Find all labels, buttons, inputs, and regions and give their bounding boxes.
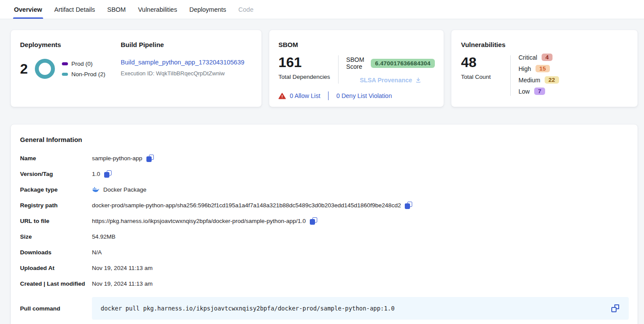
uploaded-at-value: Nov 19, 2024 11:13 am <box>92 265 153 271</box>
name-copy-icon[interactable] <box>146 155 154 162</box>
tab-deployments[interactable]: Deployments <box>189 0 226 19</box>
allow-list-link[interactable]: 0 Allow List <box>290 92 320 99</box>
tab-artifact-details[interactable]: Artifact Details <box>54 0 95 19</box>
info-row-registry-path: Registry path docker-prod/sample-python-… <box>20 197 629 213</box>
divider <box>510 55 511 96</box>
version-copy-icon[interactable] <box>104 170 112 178</box>
severity-row-medium: Medium 22 <box>519 75 559 84</box>
deployments-legend: Prod (0) Non-Prod (2) <box>62 61 105 78</box>
tab-sbom[interactable]: SBOM <box>107 0 126 19</box>
pull-command-box: docker pull pkg.harness.io/ikpsjoavtcwxn… <box>92 297 629 320</box>
name-label: Name <box>20 155 92 162</box>
info-row-package-type: Package type Docker Package <box>20 182 629 197</box>
size-value: 54.92MB <box>92 233 115 240</box>
sbom-title: SBOM <box>278 41 435 48</box>
medium-count-badge: 22 <box>545 76 559 84</box>
pull-command-text: docker pull pkg.harness.io/ikpsjoavtcwxn… <box>101 305 395 312</box>
summary-cards-row: Deployments 2 Prod (0) Non-Prod (2) <box>10 30 638 107</box>
low-label: Low <box>519 88 530 95</box>
prod-label: Prod (0) <box>71 61 93 67</box>
info-row-url: URL to file https://pkg.harness.io/ikpsj… <box>20 213 629 229</box>
deployments-donut-chart <box>35 59 55 79</box>
size-label: Size <box>20 233 92 240</box>
deny-list-link[interactable]: 0 Deny List Violation <box>336 92 392 99</box>
downloads-label: Downloads <box>20 249 92 256</box>
build-pipeline-title: Build Pipeline <box>121 41 244 48</box>
high-label: High <box>519 65 531 72</box>
tab-bar: Overview Artifact Details SBOM Vulnerabi… <box>0 0 644 19</box>
critical-count-badge: 4 <box>542 54 553 61</box>
sbom-card: SBOM 161 Total Dependencies SBOM Score 6… <box>269 30 444 107</box>
deployments-title: Deployments <box>20 41 121 48</box>
registry-path-value: docker-prod/sample-python-app/sha256:596… <box>92 202 401 209</box>
version-label: Version/Tag <box>20 171 92 177</box>
created-modified-value: Nov 19, 2024 11:13 am <box>92 280 153 287</box>
slsa-provenance-label: SLSA Provenance <box>360 77 412 84</box>
deployments-total-count: 2 <box>20 62 28 76</box>
general-information-title: General Information <box>20 136 629 143</box>
divider <box>338 55 339 84</box>
vulnerabilities-title: Vulnerabilities <box>461 41 629 48</box>
severity-list: Critical 4 High 15 Medium 22 Low 7 <box>519 53 559 96</box>
legend-item-prod: Prod (0) <box>62 61 105 67</box>
info-row-size: Size 54.92MB <box>20 229 629 244</box>
registry-path-copy-icon[interactable] <box>405 202 412 209</box>
url-value: https://pkg.harness.io/ikpsjoavtcwxnqisy… <box>92 218 306 224</box>
info-row-name: Name sample-python-app <box>20 150 629 166</box>
warning-icon <box>278 93 286 99</box>
created-modified-label: Created | Last modified <box>20 280 92 287</box>
pipeline-link[interactable]: Build_sample_python_app_1732043105639 <box>121 59 244 66</box>
tab-code: Code <box>238 0 254 19</box>
medium-label: Medium <box>519 77 540 84</box>
downloads-value: N/A <box>92 249 102 256</box>
low-count-badge: 7 <box>534 88 546 95</box>
download-icon <box>415 77 421 83</box>
critical-label: Critical <box>519 54 537 61</box>
uploaded-at-label: Uploaded At <box>20 265 92 271</box>
total-dependencies-label: Total Dependencies <box>278 74 330 80</box>
execution-id: Execution ID: WqkTiIbBRqecQrpDtZwniw <box>121 70 244 77</box>
total-dependencies-count: 161 <box>278 55 330 69</box>
nonprod-swatch <box>62 73 68 76</box>
url-copy-icon[interactable] <box>310 217 317 225</box>
prod-swatch <box>62 62 68 65</box>
nonprod-label: Non-Prod (2) <box>71 71 105 78</box>
info-row-created-modified: Created | Last modified Nov 19, 2024 11:… <box>20 276 629 291</box>
legend-item-nonprod: Non-Prod (2) <box>62 71 105 78</box>
vulnerabilities-card: Vulnerabilities 48 Total Count Critical … <box>451 30 638 107</box>
url-label: URL to file <box>20 218 92 224</box>
name-value: sample-python-app <box>92 155 142 162</box>
slsa-provenance-link[interactable]: SLSA Provenance <box>346 77 435 84</box>
package-type-label: Package type <box>20 186 92 193</box>
high-count-badge: 15 <box>536 65 550 72</box>
info-row-downloads: Downloads N/A <box>20 244 629 260</box>
docker-whale-icon <box>92 186 99 192</box>
info-row-uploaded-at: Uploaded At Nov 19, 2024 11:13 am <box>20 260 629 276</box>
tab-vulnerabilities[interactable]: Vulnerabilities <box>138 0 177 19</box>
tab-overview[interactable]: Overview <box>14 0 42 19</box>
sbom-score-label: SBOM Score <box>346 56 366 70</box>
sbom-score-badge: 6.470017636684304 <box>371 59 435 68</box>
info-row-version: Version/Tag 1.0 <box>20 166 629 182</box>
vulnerabilities-total-label: Total Count <box>461 74 502 80</box>
severity-row-high: High 15 <box>519 64 559 73</box>
build-pipeline-section: Build Pipeline Build_sample_python_app_1… <box>121 41 244 107</box>
registry-path-label: Registry path <box>20 202 92 209</box>
pull-command-copy-icon[interactable] <box>611 304 619 312</box>
vulnerabilities-total-count: 48 <box>461 55 502 69</box>
severity-row-critical: Critical 4 <box>519 53 559 62</box>
package-type-value: Docker Package <box>103 186 146 193</box>
info-row-pull-command: Pull command docker pull pkg.harness.io/… <box>20 297 629 320</box>
divider <box>328 91 329 100</box>
general-information-card: General Information Name sample-python-a… <box>10 124 638 324</box>
pull-command-label: Pull command <box>20 305 92 312</box>
version-value: 1.0 <box>92 171 100 177</box>
severity-row-low: Low 7 <box>519 87 559 96</box>
deployments-card: Deployments 2 Prod (0) Non-Prod (2) <box>10 30 262 107</box>
